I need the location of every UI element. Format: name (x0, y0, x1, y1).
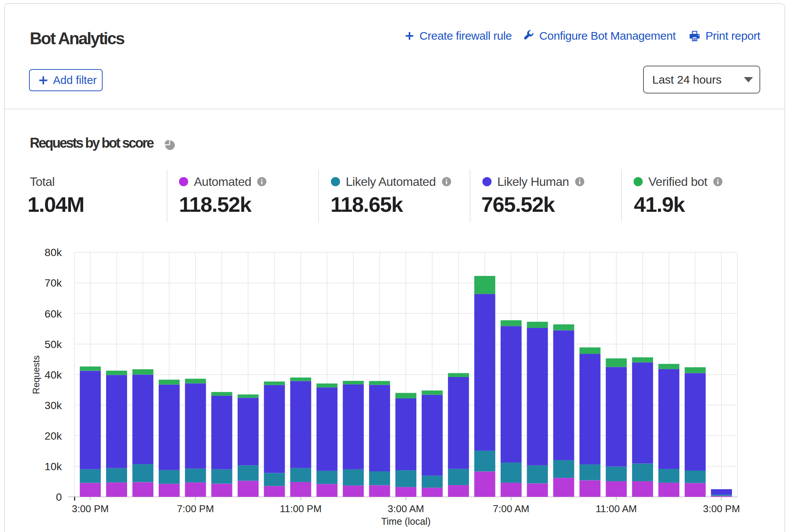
svg-text:11:00 AM: 11:00 AM (596, 503, 637, 514)
svg-text:3:00 PM: 3:00 PM (72, 503, 109, 514)
svg-text:80k: 80k (45, 247, 62, 258)
svg-text:Time (local): Time (local) (381, 516, 431, 527)
svg-text:3:00 PM: 3:00 PM (703, 503, 740, 514)
svg-text:20k: 20k (45, 430, 62, 442)
svg-text:Requests: Requests (31, 355, 41, 394)
svg-text:11:00 PM: 11:00 PM (280, 503, 321, 514)
svg-text:50k: 50k (45, 339, 62, 350)
svg-text:7:00 AM: 7:00 AM (493, 503, 529, 514)
svg-text:10k: 10k (45, 461, 62, 472)
svg-text:30k: 30k (45, 400, 62, 411)
svg-text:70k: 70k (45, 277, 62, 289)
svg-text:60k: 60k (45, 308, 62, 320)
svg-text:7:00 PM: 7:00 PM (177, 503, 214, 514)
svg-text:3:00 AM: 3:00 AM (388, 503, 424, 514)
svg-text:40k: 40k (45, 369, 62, 381)
svg-text:0: 0 (56, 491, 62, 503)
